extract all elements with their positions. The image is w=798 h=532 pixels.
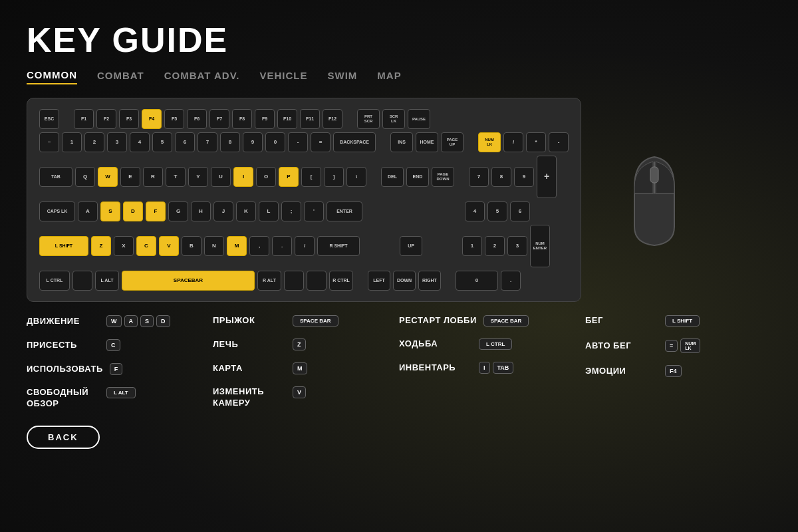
key-tab: TAB <box>39 167 72 187</box>
key-pgdn: PAGEDOWN <box>432 167 454 187</box>
kbd-m: M <box>293 362 307 374</box>
tab-combat[interactable]: COMBAT <box>97 70 144 84</box>
binding-crouch: ПРИСЕСТЬ C <box>27 339 200 351</box>
binding-col-2: ПРЫЖОК SPACE BAR ЛЕЧЬ Z КАРТА M ИЗМЕНИТЬ… <box>213 315 399 410</box>
key-o: O <box>256 167 276 187</box>
key-f3: F3 <box>119 109 139 129</box>
key-g: G <box>168 201 188 221</box>
key-num5: 5 <box>487 201 507 221</box>
key-f12: F12 <box>323 109 342 129</box>
back-button[interactable]: BACK <box>27 426 100 449</box>
kbd-i: I <box>479 362 490 374</box>
key-ins: INS <box>390 132 413 152</box>
kbd-d: D <box>156 315 170 327</box>
key-quote: ' <box>304 201 324 221</box>
binding-restart-keys: SPACE BAR <box>483 315 529 327</box>
key-k: K <box>236 201 256 221</box>
key-num-dot: . <box>501 271 521 291</box>
key-right: RIGHT <box>418 271 441 291</box>
key-c: C <box>136 236 156 256</box>
page-title: KEY GUIDE <box>27 20 771 60</box>
key-up: UP <box>400 236 422 256</box>
key-num-star: * <box>526 132 546 152</box>
binding-map: КАРТА M <box>213 362 386 374</box>
key-u: U <box>211 167 231 187</box>
binding-autorun-label: АВТО БЕГ <box>585 340 658 352</box>
key-3: 3 <box>107 132 127 152</box>
nav-tabs: COMMON COMBAT COMBAT ADV. VEHICLE SWIM M… <box>27 69 771 84</box>
key-b: B <box>182 236 201 256</box>
tab-map[interactable]: MAP <box>377 70 401 84</box>
binding-use-label: ИСПОЛЬЗОВАТЬ <box>27 364 103 375</box>
key-i: I <box>233 167 253 187</box>
kbd-v: V <box>293 386 306 398</box>
kbd-equals: = <box>665 340 678 352</box>
binding-movement: ДВИЖЕНИЕ W A S D <box>27 315 200 327</box>
key-h: H <box>191 201 211 221</box>
key-6: 6 <box>175 132 195 152</box>
key-8: 8 <box>220 132 240 152</box>
key-v: V <box>159 236 179 256</box>
binding-walk: ХОДЬБА L CTRL <box>399 338 572 350</box>
binding-map-keys: M <box>293 362 307 374</box>
key-backslash: \ <box>346 167 366 187</box>
key-e: E <box>120 167 140 187</box>
kbd-f4: F4 <box>665 365 682 377</box>
kbd-space-jump: SPACE BAR <box>293 315 338 327</box>
key-ralt: R ALT <box>257 271 281 291</box>
binding-jump-keys: SPACE BAR <box>293 315 338 327</box>
key-j: J <box>213 201 233 221</box>
binding-run-keys: L SHIFT <box>665 315 700 327</box>
key-5: 5 <box>152 132 172 152</box>
binding-col-1: ДВИЖЕНИЕ W A S D ПРИСЕСТЬ C ИСПОЛЬЗОВАТЬ… <box>27 315 213 410</box>
key-l: L <box>259 201 279 221</box>
binding-inventory: ИНВЕНТАРЬ I TAB <box>399 362 572 374</box>
key-num-enter: NUMENTER <box>530 225 550 267</box>
key-f1: F1 <box>74 109 94 129</box>
binding-run: БЕГ L SHIFT <box>585 315 758 327</box>
binding-use: ИСПОЛЬЗОВАТЬ F <box>27 363 200 375</box>
tab-swim[interactable]: SWIM <box>328 70 358 84</box>
binding-movement-keys: W A S D <box>106 315 170 327</box>
tab-vehicle[interactable]: VEHICLE <box>260 70 308 84</box>
kbd-lctrl: L CTRL <box>479 338 512 350</box>
asdf-row: CAPS LK A S D F G H J K L ; ' ENTER 4 5 <box>39 201 569 221</box>
fn-row: ESC F1 F2 F3 F4 F5 F6 F7 F8 F9 F10 F11 F… <box>39 109 569 129</box>
key-num-minus: - <box>549 132 569 152</box>
key-menu <box>307 271 327 291</box>
key-pgup: PAGEUP <box>441 132 464 152</box>
key-f6: F6 <box>187 109 207 129</box>
key-rshift: R SHIFT <box>317 236 360 256</box>
key-num0: 0 <box>456 271 498 291</box>
binding-walk-keys: L CTRL <box>479 338 512 350</box>
binding-prone-keys: Z <box>293 338 306 350</box>
keyboard-section: ESC F1 F2 F3 F4 F5 F6 F7 F8 F9 F10 F11 F… <box>27 98 771 302</box>
key-7: 7 <box>198 132 217 152</box>
bindings-section: ДВИЖЕНИЕ W A S D ПРИСЕСТЬ C ИСПОЛЬЗОВАТЬ… <box>27 315 771 410</box>
key-f10: F10 <box>277 109 297 129</box>
key-a: A <box>78 201 98 221</box>
binding-walk-label: ХОДЬБА <box>399 338 472 350</box>
binding-movement-label: ДВИЖЕНИЕ <box>27 316 100 327</box>
tab-common[interactable]: COMMON <box>27 69 77 84</box>
key-y: Y <box>188 167 208 187</box>
key-f4: F4 <box>142 109 162 129</box>
binding-freelook-label: СВОБОДНЫЙОБЗОР <box>27 387 100 410</box>
key-rctrl: R CTRL <box>329 271 353 291</box>
binding-autorun-keys: = NUMLK <box>665 338 700 353</box>
kbd-numlk: NUMLK <box>680 338 700 353</box>
kbd-c: C <box>106 339 120 351</box>
key-scr: SCRLK <box>382 109 405 129</box>
binding-col-4: БЕГ L SHIFT АВТО БЕГ = NUMLK ЭМОЦИИ F4 <box>585 315 771 410</box>
tab-combat-adv[interactable]: COMBAT ADV. <box>164 70 240 84</box>
binding-restart: РЕСТАРТ ЛОББИ SPACE BAR <box>399 315 572 327</box>
mouse-illustration <box>614 147 694 253</box>
key-2: 2 <box>84 132 104 152</box>
kbd-lalt: L Alt <box>106 387 136 398</box>
space-row: L CTRL L ALT SPACEBAR R ALT R CTRL LEFT … <box>39 271 569 291</box>
key-rbracket: ] <box>324 167 344 187</box>
key-num6: 6 <box>510 201 530 221</box>
key-f: F <box>146 201 166 221</box>
binding-crouch-keys: C <box>106 339 120 351</box>
key-lbracket: [ <box>301 167 321 187</box>
